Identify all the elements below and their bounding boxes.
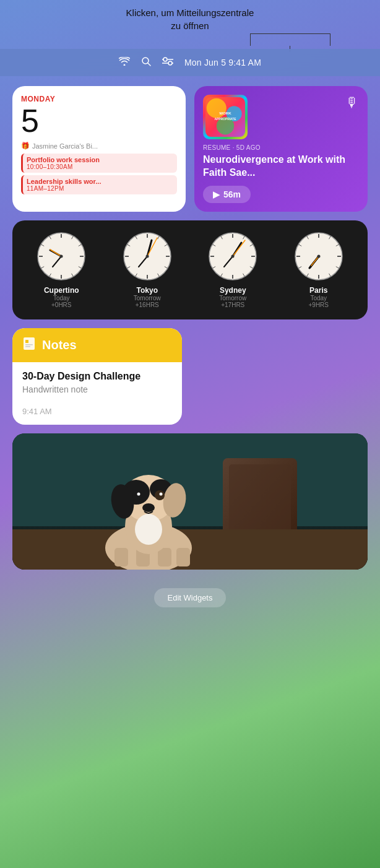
svg-rect-96 [114,548,128,566]
clock-face-sydney [208,232,257,281]
control-center-icon[interactable] [162,57,173,68]
svg-rect-98 [158,548,171,566]
dog-photo [12,433,368,570]
clock-face-tokyo [123,232,172,281]
notes-icon [22,337,36,354]
clock-sydney-label: Sydney Tomorrow +17HRS [219,286,246,308]
widgets-area: MONDAY 5 🎁 Jasmine Garcia's Bi... Portfo… [0,76,380,630]
svg-point-109 [160,492,163,495]
podcast-widget[interactable]: WORK APPROPRIATE 🎙 RESUME · 5D AGO Neuro… [194,86,368,212]
notes-note-title: 30-Day Design Challenge [22,371,172,382]
clock-widget[interactable]: Cupertino Today +0HRS [12,220,368,319]
svg-text:APPROPRIATE: APPROPRIATE [215,118,237,121]
menu-bar-time: Mon Jun 5 9:41 AM [184,58,261,67]
svg-rect-99 [176,548,190,566]
annotation-line2: zu öffnen [12,19,368,32]
clock-cupertino: Cupertino Today +0HRS [37,232,86,308]
svg-point-3 [168,61,172,65]
search-icon[interactable] [141,56,151,69]
svg-point-111 [135,514,162,545]
calendar-day-label: MONDAY [21,95,177,103]
menu-bar: Mon Jun 5 9:41 AM [0,49,380,76]
svg-point-106 [132,490,142,500]
podcast-top: WORK APPROPRIATE 🎙 [203,95,359,139]
podcast-cover: WORK APPROPRIATE [203,95,248,139]
annotation: Klicken, um Mitteilungszentrale zu öffne… [0,0,380,49]
calendar-birthday: 🎁 Jasmine Garcia's Bi... [21,142,177,150]
clock-face-paris [294,232,343,281]
notes-header: Notes [12,328,182,362]
wifi-icon[interactable] [119,57,130,68]
svg-text:WORK: WORK [219,111,231,115]
notes-note-subtitle: Handwritten note [22,384,172,394]
podcast-title: Neurodivergence at Work with Faith Sae..… [203,154,359,180]
svg-rect-87 [25,346,30,347]
calendar-event-2: Leadership skills wor... 11AM–12PM [21,175,177,194]
cal-event-2-title: Leadership skills wor... [27,178,173,185]
notes-note-time: 9:41 AM [22,407,172,416]
svg-point-110 [142,503,155,512]
svg-point-108 [137,492,140,495]
clock-cupertino-label: Cupertino Today +0HRS [44,286,79,308]
notes-widget[interactable]: Notes 30-Day Design Challenge Handwritte… [12,328,182,425]
cal-event-1-title: Portfolio work session [27,156,173,163]
svg-line-1 [148,63,150,66]
svg-point-83 [317,254,320,258]
calendar-date: 5 [21,105,177,137]
annotation-line1: Klicken, um Mitteilungszentrale [12,6,368,19]
clock-sydney: Sydney Tomorrow +17HRS [208,232,257,308]
cal-event-2-time: 11AM–12PM [27,185,173,192]
top-row: MONDAY 5 🎁 Jasmine Garcia's Bi... Portfo… [12,86,368,212]
svg-point-2 [163,58,167,61]
notes-app-title: Notes [42,338,77,352]
calendar-widget[interactable]: MONDAY 5 🎁 Jasmine Garcia's Bi... Portfo… [12,86,186,212]
edit-widgets-area: Edit Widgets [12,578,368,620]
svg-rect-86 [25,344,33,345]
clock-paris: Paris Today +9HRS [294,232,343,308]
cal-event-1-time: 10:00–10:30AM [27,163,173,170]
notes-body: 30-Day Design Challenge Handwritten note… [12,362,182,425]
podcast-app-icon: 🎙 [345,95,359,111]
svg-point-64 [231,254,235,258]
svg-rect-89 [12,433,368,526]
clock-face-cupertino [37,232,86,281]
clock-tokyo-label: Tokyo Tomorrow +16HRS [134,286,161,308]
svg-rect-84 [24,337,35,350]
edit-widgets-button[interactable]: Edit Widgets [154,588,227,607]
svg-point-107 [155,490,165,500]
svg-rect-85 [25,340,28,343]
svg-point-47 [145,254,149,258]
svg-rect-91 [229,464,291,539]
podcast-play-button[interactable]: ▶ 56m [203,186,251,203]
clock-paris-label: Paris Today +9HRS [308,286,329,308]
photo-widget[interactable] [12,433,368,570]
play-icon: ▶ [213,189,220,199]
clock-tokyo: Tokyo Tomorrow +16HRS [123,232,172,308]
podcast-duration: 56m [223,189,241,199]
svg-point-30 [60,254,63,258]
calendar-event-1: Portfolio work session 10:00–10:30AM [21,154,177,173]
birthday-icon: 🎁 [21,142,30,150]
podcast-meta: RESUME · 5D AGO [203,144,359,151]
